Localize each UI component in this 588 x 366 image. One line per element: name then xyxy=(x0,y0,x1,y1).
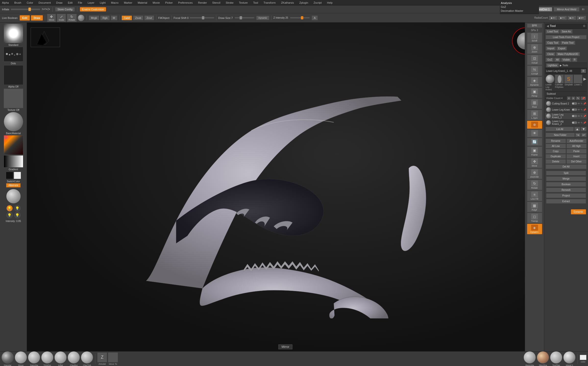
move-button[interactable]: ✥ Move xyxy=(47,14,56,22)
paste-button[interactable]: Paste xyxy=(566,149,587,154)
export-button[interactable]: Export xyxy=(556,46,567,51)
menu-item-transform[interactable]: Transform xyxy=(262,1,277,5)
intensity-ball[interactable] xyxy=(6,189,21,204)
rotate2-button[interactable]: 🔄 xyxy=(527,138,542,146)
menu-item-render[interactable]: Render xyxy=(197,1,208,5)
folder-arrow1[interactable]: ↪ xyxy=(575,133,581,137)
menu-item-draw[interactable]: Draw xyxy=(55,1,63,5)
menu-item-zplugin[interactable]: Zplugin xyxy=(298,1,309,5)
dots-brush-preview[interactable] xyxy=(4,47,23,62)
dynamic-button[interactable]: Dynamic xyxy=(256,16,269,20)
auto-reorder-button[interactable]: AutoReorder xyxy=(566,139,587,143)
list-down-arrow[interactable]: ▼ xyxy=(581,127,587,131)
inflat-brush-bottom[interactable]: Inflat xyxy=(54,351,67,366)
focal-shift-slider[interactable] xyxy=(190,17,214,18)
light-bulb-4[interactable]: 💡 xyxy=(14,212,21,218)
move-view-button[interactable]: ✥ Move xyxy=(527,157,542,168)
zoom3d-button[interactable]: ⊕ Zoom3D xyxy=(527,169,542,179)
menu-item-color[interactable]: Color xyxy=(26,1,34,5)
floor-button[interactable]: ▥ Floor xyxy=(527,99,542,109)
eye-button[interactable]: 👁 xyxy=(527,129,542,137)
polyf-button[interactable]: ▦ PolyF xyxy=(527,202,542,212)
zsub-button[interactable]: Zsub xyxy=(133,15,143,20)
color-swatch[interactable] xyxy=(4,135,23,155)
lock-icon-3[interactable]: ✎ xyxy=(581,115,583,118)
menu-item-stencil[interactable]: Stencil xyxy=(211,1,221,5)
lock-icon-2[interactable]: ✎ xyxy=(581,108,583,111)
a-button[interactable]: A xyxy=(312,15,318,20)
claytub-brush-bottom[interactable]: ClayTub xyxy=(81,351,93,366)
rotate-view-button[interactable]: ↻ Rotate xyxy=(527,180,542,190)
dynamic-final-button[interactable]: ◈ Dynamic xyxy=(527,224,542,234)
list-all-button[interactable]: List All xyxy=(546,127,574,131)
subtool-item-lower-leg-knee1-1[interactable]: Lower Leg Knee1_1 👁 ✎ 📌 xyxy=(545,113,587,119)
all-button[interactable]: All xyxy=(554,58,560,62)
mirror-and-weld-button[interactable]: Mirror And Weld xyxy=(554,7,579,12)
basicma-bottom[interactable]: BasicMa xyxy=(524,351,536,366)
del-all-button[interactable]: Del All xyxy=(546,164,587,169)
r-button[interactable]: R xyxy=(572,58,577,62)
inflate-slider[interactable] xyxy=(11,9,40,10)
material-preview[interactable] xyxy=(4,112,23,131)
menu-item-alpha[interactable]: Alpha xyxy=(1,1,10,5)
draw-button[interactable]: Draw xyxy=(31,15,43,21)
copy-button[interactable]: Copy xyxy=(546,149,566,154)
menu-item-file[interactable]: File xyxy=(77,1,83,5)
rename-button[interactable]: Rename xyxy=(546,139,566,143)
duplicate-button[interactable]: Duplicate xyxy=(546,154,566,159)
fill-object-label[interactable]: FillObject xyxy=(158,16,170,19)
zoom-button[interactable]: ⊕ Zoom xyxy=(527,43,542,54)
make-polymesh-button[interactable]: Make PolyMesh3D xyxy=(556,52,580,56)
merge-button[interactable]: Merge xyxy=(546,176,586,181)
menu-item-brush[interactable]: Brush xyxy=(13,1,22,5)
delete-button[interactable]: Delete xyxy=(546,159,566,164)
lock-icon-1[interactable]: ✎ xyxy=(581,102,583,105)
alternate-button[interactable]: Alternate xyxy=(6,183,20,187)
copy-tool-button[interactable]: Copy Tool xyxy=(546,41,560,45)
focal-thumb[interactable] xyxy=(202,16,204,19)
lock-icon-4[interactable]: ✎ xyxy=(581,121,583,124)
aahalf-button[interactable]: ½ AAHalf xyxy=(527,65,542,76)
subtool-extra-button[interactable]: ✎ xyxy=(576,96,580,100)
scroll-button[interactable]: ↕ Scroll xyxy=(527,32,542,43)
toyplas-bottom[interactable]: ToyPlas xyxy=(550,351,562,366)
panel-collapse-arrow[interactable]: ◀ xyxy=(547,24,549,28)
pin-icon-2[interactable]: 📌 xyxy=(583,108,586,111)
claybui-brush-bottom[interactable]: ClayBui xyxy=(68,351,80,366)
white-swatch-bottom[interactable] xyxy=(580,355,587,360)
load-tool-button[interactable]: Load Tool xyxy=(546,29,560,34)
menu-item-preferences[interactable]: Preferences xyxy=(177,1,194,5)
decimation-master-link[interactable]: Decimation Master xyxy=(501,9,538,13)
paste-tool-button[interactable]: Paste Tool xyxy=(560,41,575,45)
menu-item-help[interactable]: Help xyxy=(326,1,334,5)
inflate-thumb[interactable] xyxy=(28,8,31,11)
subtool-toggle-2[interactable] xyxy=(572,108,577,111)
line-fill-button[interactable]: ≡ Line Fill xyxy=(527,191,542,201)
visible-button[interactable]: Visible xyxy=(561,58,572,62)
pin-icon-4[interactable]: 📌 xyxy=(583,121,586,124)
enable-customize-button[interactable]: Enable Customize xyxy=(80,7,106,12)
menu-item-zscript[interactable]: Zscript xyxy=(313,1,323,5)
alpha-preview[interactable] xyxy=(4,65,23,85)
r-button2[interactable]: R xyxy=(581,69,586,73)
menu-item-light[interactable]: Light xyxy=(99,1,107,5)
menu-item-texture[interactable]: Texture xyxy=(238,1,249,5)
all-low-button[interactable]: All Low xyxy=(546,144,566,148)
zadd-button[interactable]: Zadd xyxy=(122,15,132,20)
light-bulb-off[interactable]: 💡 xyxy=(14,205,21,211)
del-other-button[interactable]: Del Other xyxy=(566,159,587,164)
subtool-toggle-1[interactable] xyxy=(572,102,577,105)
list-up-arrow[interactable]: ▲ xyxy=(574,127,580,131)
lsym-button[interactable]: ⊞ L.Sym xyxy=(527,110,542,120)
save-as-button[interactable]: Save As xyxy=(560,29,573,34)
store-config-button[interactable]: Store Config xyxy=(55,7,74,12)
extract-button[interactable]: Extract xyxy=(546,199,586,204)
menu-item-document[interactable]: Document xyxy=(37,1,52,5)
zmodeler-bottom[interactable]: Z ZModel xyxy=(97,353,107,365)
lightbox-button[interactable]: Lightbox xyxy=(546,63,559,67)
ms-button[interactable]: ▶M+ xyxy=(577,16,586,20)
goz-button[interactable]: GoZ xyxy=(546,58,554,62)
z-intensity-thumb[interactable] xyxy=(301,16,303,19)
panel-gear-icon[interactable]: ⚙ xyxy=(583,24,586,28)
menu-item-layer[interactable]: Layer xyxy=(87,1,96,5)
